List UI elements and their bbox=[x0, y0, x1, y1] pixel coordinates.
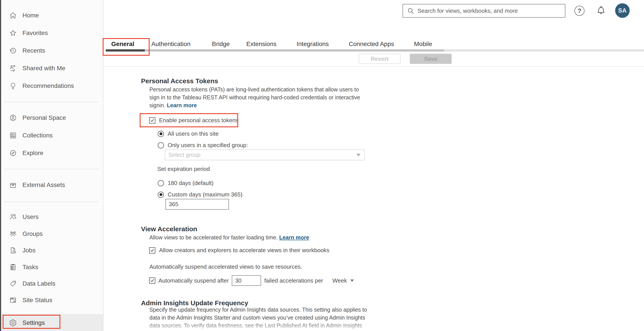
sidebar-divider bbox=[4, 102, 99, 102]
collections-icon bbox=[9, 131, 17, 140]
auto-suspend-row: Automatically suspend after failed accel… bbox=[149, 275, 354, 286]
sidebar-item-settings[interactable]: Settings bbox=[0, 315, 104, 331]
sidebar-divider bbox=[4, 202, 99, 202]
enable-pat-label: Enable personal access tokens bbox=[159, 117, 238, 124]
view-acceleration-learn-more-link[interactable]: Learn more bbox=[279, 234, 309, 241]
sidebar-item-site-status[interactable]: Site Status bbox=[0, 292, 104, 309]
gear-icon bbox=[9, 319, 17, 327]
sidebar-item-explore[interactable]: Explore bbox=[0, 145, 104, 161]
all-users-radio[interactable] bbox=[158, 131, 164, 137]
sidebar-item-label: Home bbox=[22, 12, 39, 19]
sidebar-item-label: Users bbox=[22, 213, 38, 220]
group-select-placeholder: Select group bbox=[168, 152, 200, 158]
pat-section-title: Personal Access Tokens bbox=[141, 77, 218, 85]
allow-accelerate-row: Allow creators and explorers to accelera… bbox=[149, 247, 330, 254]
custom-days-input[interactable] bbox=[166, 199, 229, 210]
content-divider bbox=[104, 66, 644, 67]
sidebar-item-users[interactable]: Users bbox=[0, 209, 104, 225]
sidebar-item-collections[interactable]: Collections bbox=[0, 127, 104, 144]
sidebar-item-favorites[interactable]: Favorites bbox=[0, 25, 104, 41]
allow-accelerate-label: Allow creators and explorers to accelera… bbox=[159, 247, 330, 254]
expiration-180-label: 180 days (default) bbox=[168, 180, 214, 187]
tab-scrollbar-thumb[interactable] bbox=[106, 49, 444, 51]
tag-icon bbox=[9, 280, 17, 288]
failed-accelerations-input[interactable] bbox=[232, 275, 261, 286]
sidebar-item-label: Groups bbox=[22, 230, 43, 237]
star-icon bbox=[9, 29, 17, 37]
notifications-bell-icon[interactable] bbox=[596, 5, 606, 16]
sidebar-item-label: Collections bbox=[22, 132, 53, 139]
sidebar-divider bbox=[4, 169, 99, 169]
sidebar-item-recommendations[interactable]: Recommendations bbox=[0, 77, 104, 94]
expiration-custom-radio[interactable] bbox=[158, 192, 164, 198]
sidebar-item-recents[interactable]: Recents bbox=[0, 42, 104, 59]
tab-integrations[interactable]: Integrations bbox=[296, 40, 329, 47]
sidebar-item-personal-space[interactable]: Personal Space bbox=[0, 109, 104, 126]
save-button[interactable]: Save bbox=[410, 54, 452, 64]
sidebar-item-groups[interactable]: Groups bbox=[0, 226, 104, 242]
sidebar-item-jobs[interactable]: Jobs bbox=[0, 242, 104, 259]
sidebar-item-label: Shared with Me bbox=[22, 65, 66, 72]
help-icon[interactable]: ? bbox=[574, 6, 584, 16]
groups-icon bbox=[9, 230, 17, 238]
group-select-dropdown[interactable]: Select group bbox=[165, 150, 365, 160]
sidebar-item-tasks[interactable]: Tasks bbox=[0, 259, 104, 276]
sidebar-item-label: Favorites bbox=[22, 29, 48, 36]
sidebar-item-external-assets[interactable]: External Assets bbox=[0, 177, 104, 193]
revert-button[interactable]: Revert bbox=[359, 54, 400, 64]
enable-pat-checkbox[interactable] bbox=[149, 117, 155, 124]
jobs-icon bbox=[9, 246, 17, 255]
search-box bbox=[402, 4, 565, 18]
sidebar-item-label: Site Status bbox=[22, 297, 52, 304]
period-select-dropdown[interactable]: Week bbox=[332, 277, 354, 284]
sidebar-item-shared-with-me[interactable]: Shared with Me bbox=[0, 60, 104, 77]
avatar[interactable]: SA bbox=[615, 3, 630, 18]
archive-icon bbox=[9, 181, 17, 189]
sidebar-item-label: Tasks bbox=[22, 264, 38, 271]
expiration-custom-row: Custom days (maximum 365) bbox=[158, 191, 242, 198]
shared-icon bbox=[9, 64, 17, 72]
pat-scope-all-users-row: All users on this site bbox=[158, 130, 218, 137]
search-input[interactable] bbox=[417, 7, 565, 14]
expiration-180-row: 180 days (default) bbox=[158, 180, 214, 187]
compass-icon bbox=[9, 149, 17, 157]
auto-suspend-prefix-label: Automatically suspend after bbox=[158, 277, 229, 284]
tab-extensions[interactable]: Extensions bbox=[246, 40, 276, 47]
sidebar-item-home[interactable]: Home bbox=[0, 7, 104, 24]
sidebar-item-label: Explore bbox=[22, 150, 44, 157]
active-tab-indicator bbox=[106, 49, 145, 51]
tableau-site-settings-page: Home Favorites Recents Shared with Me Re… bbox=[0, 0, 644, 331]
tab-mobile[interactable]: Mobile bbox=[414, 40, 432, 47]
sidebar-item-data-labels[interactable]: Data Labels bbox=[0, 275, 104, 292]
expiration-period-label: Set expiration period bbox=[157, 166, 210, 172]
sidebar-item-label: Recommendations bbox=[22, 82, 74, 89]
suspend-description: Automatically suspend accelerated views … bbox=[150, 263, 302, 270]
view-acceleration-description: Allow views to be accelerated for faster… bbox=[150, 233, 392, 241]
tasks-icon bbox=[9, 263, 17, 271]
expiration-180-radio[interactable] bbox=[158, 180, 164, 186]
auto-suspend-suffix-label: failed accelerations per bbox=[264, 277, 323, 284]
expiration-custom-label: Custom days (maximum 365) bbox=[168, 191, 242, 198]
specified-group-label: Only users in a specified group: bbox=[168, 142, 248, 149]
home-icon bbox=[9, 11, 17, 19]
site-status-icon bbox=[9, 296, 17, 304]
chevron-down-icon bbox=[356, 154, 360, 156]
sidebar-item-label: Jobs bbox=[22, 247, 36, 254]
admin-insights-description: Specify the update frequency for Admin I… bbox=[150, 306, 372, 330]
sidebar-item-label: Data Labels bbox=[22, 280, 55, 287]
tab-bridge[interactable]: Bridge bbox=[212, 40, 230, 47]
allow-accelerate-checkbox[interactable] bbox=[149, 247, 155, 254]
sidebar-item-label: Settings bbox=[22, 319, 45, 326]
tab-connected-apps[interactable]: Connected Apps bbox=[349, 40, 394, 47]
enable-pat-row: Enable personal access tokens bbox=[149, 117, 238, 124]
pat-learn-more-link[interactable]: Learn more bbox=[167, 102, 197, 108]
period-select-value: Week bbox=[332, 277, 347, 284]
tab-general[interactable]: General bbox=[111, 40, 134, 47]
view-acceleration-title: View Acceleration bbox=[141, 225, 197, 233]
sidebar-item-label: Recents bbox=[22, 47, 45, 54]
window-edge bbox=[0, 0, 1, 331]
auto-suspend-checkbox[interactable] bbox=[149, 278, 155, 284]
specified-group-radio[interactable] bbox=[158, 142, 164, 148]
users-icon bbox=[9, 213, 17, 221]
tab-authentication[interactable]: Authentication bbox=[151, 40, 190, 47]
